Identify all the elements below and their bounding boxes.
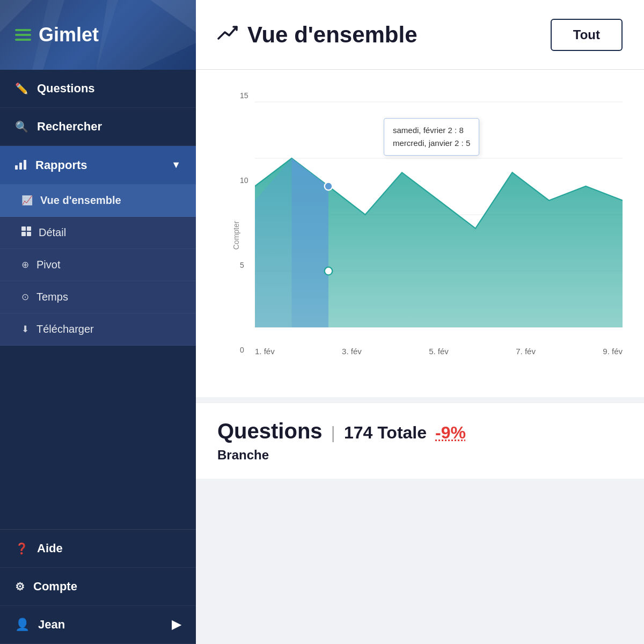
- chevron-right-icon: ▶: [172, 618, 181, 632]
- main-header: Vue d'ensemble Tout: [196, 0, 644, 70]
- sidebar-header: Gimlet: [0, 0, 196, 70]
- y-tick: 0: [240, 346, 248, 354]
- chevron-down-icon: ▼: [171, 159, 181, 171]
- sub-item-label: Vue d'ensemble: [40, 194, 121, 207]
- page-title: Vue d'ensemble: [247, 22, 418, 48]
- svg-rect-7: [24, 160, 26, 170]
- reports-icon: [15, 158, 27, 172]
- menu-icon[interactable]: [15, 29, 31, 41]
- sidebar-nav: ✏️ Questions 🔍 Rechercher Rapports ▼ 📈 V…: [0, 70, 196, 644]
- help-icon: ❓: [15, 542, 28, 555]
- stats-subtitle: Branche: [217, 448, 623, 463]
- svg-rect-11: [27, 232, 31, 236]
- stats-total: 174 Totale: [344, 423, 427, 443]
- y-tick: 5: [240, 261, 248, 269]
- sidebar-item-label: Rapports: [35, 158, 87, 172]
- sidebar-item-temps[interactable]: ⊙ Temps: [0, 281, 196, 313]
- stats-change: -9%: [435, 423, 466, 443]
- data-point-blue-top: [325, 182, 333, 191]
- sub-item-label: Pivot: [36, 259, 60, 271]
- x-axis: 1. fév 3. fév 5. fév 7. fév 9. fév: [255, 343, 623, 356]
- sidebar-item-telecharger[interactable]: ⬇ Télécharger: [0, 313, 196, 346]
- svg-rect-10: [21, 232, 26, 236]
- data-point-green: [325, 267, 333, 275]
- user-name-label: Jean: [38, 618, 65, 632]
- svg-rect-9: [27, 226, 31, 231]
- sidebar-item-user[interactable]: 👤 Jean ▶: [0, 606, 196, 644]
- sidebar-item-pivot[interactable]: ⊕ Pivot: [0, 249, 196, 281]
- search-icon: 🔍: [15, 120, 28, 133]
- nav-bottom: ❓ Aide ⚙ Compte 👤 Jean ▶: [0, 529, 196, 644]
- x-tick: 1. fév: [255, 347, 275, 356]
- questions-icon: ✏️: [15, 82, 28, 95]
- sub-item-label: Télécharger: [36, 323, 94, 335]
- svg-rect-5: [15, 165, 18, 170]
- y-tick: 15: [240, 91, 248, 100]
- sidebar-item-compte[interactable]: ⚙ Compte: [0, 568, 196, 606]
- sub-item-label: Détail: [39, 226, 66, 239]
- time-icon: ⊙: [21, 291, 29, 303]
- user-icon: 👤: [15, 618, 30, 632]
- sidebar-item-aide[interactable]: ❓ Aide: [0, 530, 196, 568]
- stats-section: Questions | 174 Totale -9% Branche: [196, 402, 644, 479]
- y-axis-label: Compter: [232, 221, 240, 250]
- sub-nav-rapports: 📈 Vue d'ensemble Détail ⊕ Pivot: [0, 185, 196, 346]
- svg-rect-6: [19, 163, 22, 170]
- sidebar-item-detail[interactable]: Détail: [0, 217, 196, 249]
- grid-icon: [21, 226, 31, 239]
- chart-area: Compter 0 5 10 15: [196, 70, 644, 397]
- header-trend-icon: [217, 23, 240, 47]
- x-tick: 7. fév: [516, 347, 536, 356]
- stats-title-row: Questions | 174 Totale -9%: [217, 419, 623, 443]
- svg-rect-8: [21, 226, 26, 231]
- x-tick: 3. fév: [342, 347, 362, 356]
- settings-icon: ⚙: [15, 580, 25, 593]
- header-title-group: Vue d'ensemble: [217, 22, 418, 48]
- sidebar: Gimlet ✏️ Questions 🔍 Rechercher Rapport…: [0, 0, 196, 644]
- x-tick: 9. fév: [603, 347, 623, 356]
- sidebar-item-label: Rechercher: [37, 120, 102, 134]
- sidebar-item-questions[interactable]: ✏️ Questions: [0, 70, 196, 108]
- sidebar-item-rechercher[interactable]: 🔍 Rechercher: [0, 108, 196, 146]
- chart-svg: [255, 86, 623, 343]
- chart-container: Compter 0 5 10 15: [217, 86, 623, 386]
- trend-icon: 📈: [21, 195, 33, 206]
- sub-item-label: Temps: [36, 291, 68, 303]
- stats-title: Questions: [217, 419, 323, 443]
- app-logo: Gimlet: [39, 24, 99, 46]
- sidebar-item-vue-ensemble[interactable]: 📈 Vue d'ensemble: [0, 185, 196, 217]
- main-content: Vue d'ensemble Tout Compter 0 5 10 15: [196, 0, 644, 644]
- sidebar-item-rapports[interactable]: Rapports ▼: [0, 146, 196, 185]
- stats-separator: |: [331, 423, 335, 443]
- filter-button[interactable]: Tout: [551, 19, 623, 51]
- y-axis-ticks: 0 5 10 15: [240, 91, 248, 354]
- sidebar-item-label: Compte: [33, 580, 77, 594]
- sidebar-item-label: Aide: [37, 541, 63, 555]
- y-tick: 10: [240, 176, 248, 185]
- pivot-icon: ⊕: [21, 259, 29, 270]
- download-icon: ⬇: [21, 324, 29, 335]
- chart-wrapper: samedi, février 2 : 8 mercredi, janvier …: [255, 86, 623, 343]
- sidebar-item-label: Questions: [37, 82, 95, 96]
- x-tick: 5. fév: [429, 347, 449, 356]
